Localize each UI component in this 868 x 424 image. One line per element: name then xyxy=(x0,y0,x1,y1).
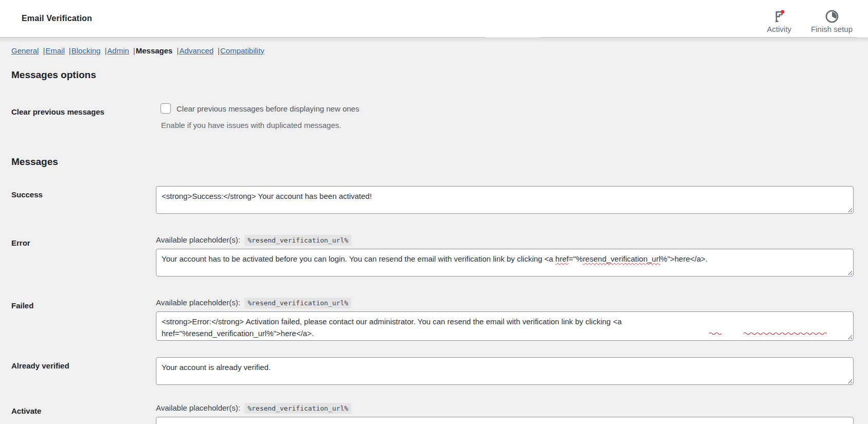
placeholder-code-chip: %resend_verification_url% xyxy=(244,235,351,246)
resize-grip[interactable] xyxy=(847,207,852,212)
activate-message-row: Activate Available placeholder(s): %rese… xyxy=(11,402,854,424)
tab-separator: | xyxy=(104,46,107,55)
clear-previous-checkbox[interactable] xyxy=(161,103,171,114)
top-bar: Email Verification Activity xyxy=(0,0,868,37)
error-message-textarea[interactable]: Your account has to be activated before … xyxy=(156,249,854,276)
placeholder-code-chip: %resend_verification_url% xyxy=(244,403,351,414)
error-message-row: Error Available placeholder(s): %resend_… xyxy=(11,234,854,276)
failed-message-line1: <strong>Error:</strong> Activation faile… xyxy=(162,317,622,326)
messages-options-heading: Messages options xyxy=(11,69,854,81)
progress-pie-icon xyxy=(825,9,839,24)
tab-admin[interactable]: Admin xyxy=(107,46,129,55)
success-label: Success xyxy=(11,186,156,199)
tab-blocking[interactable]: Blocking xyxy=(72,46,101,55)
error-label: Error xyxy=(11,234,156,247)
tab-separator: | xyxy=(133,46,135,55)
error-content: Available placeholder(s): %resend_verifi… xyxy=(156,234,854,276)
available-placeholders-line: Available placeholder(s): %resend_verifi… xyxy=(156,234,854,246)
tab-general[interactable]: General xyxy=(11,46,39,55)
tab-messages[interactable]: Messages xyxy=(136,46,173,55)
already-verified-message-row: Already verified Your account is already… xyxy=(11,357,854,385)
available-placeholders-label: Available placeholder(s): xyxy=(156,298,240,307)
failed-label: Failed xyxy=(11,297,156,310)
spellcheck-squiggle xyxy=(709,326,721,329)
resize-grip[interactable] xyxy=(847,334,852,339)
placeholder-code-chip: %resend_verification_url% xyxy=(244,298,351,308)
activity-button[interactable]: Activity xyxy=(767,9,792,33)
tab-separator: | xyxy=(176,46,179,55)
available-placeholders-line: Available placeholder(s): %resend_verifi… xyxy=(156,297,854,309)
already-verified-textarea[interactable]: Your account is already verified. xyxy=(156,357,854,385)
resize-grip[interactable] xyxy=(847,378,852,383)
failed-message-row: Failed Available placeholder(s): %resend… xyxy=(11,297,854,341)
success-message-text: <strong>Success:</strong> Your account h… xyxy=(162,192,372,200)
already-verified-content: Your account is already verified. xyxy=(156,357,854,385)
already-verified-label: Already verified xyxy=(11,357,156,370)
misspelled-word: resend_verification_url xyxy=(583,254,661,263)
top-bar-actions: Activity Finish setup xyxy=(767,9,853,33)
success-message-row: Success <strong>Success:</strong> Your a… xyxy=(11,186,854,214)
activate-message-textarea[interactable] xyxy=(156,417,854,424)
finish-setup-button[interactable]: Finish setup xyxy=(811,9,853,33)
failed-content: Available placeholder(s): %resend_verifi… xyxy=(156,297,854,341)
failed-message-textarea[interactable]: <strong>Error:</strong> Activation faile… xyxy=(156,311,854,341)
error-message-text: ="% xyxy=(569,254,582,263)
activate-content: Available placeholder(s): %resend_verifi… xyxy=(156,402,854,424)
success-content: <strong>Success:</strong> Your account h… xyxy=(156,186,854,214)
available-placeholders-line: Available placeholder(s): %resend_verifi… xyxy=(156,402,854,414)
misspelled-word: href xyxy=(555,254,569,263)
tab-email[interactable]: Email xyxy=(45,46,65,55)
clear-previous-messages-label: Clear previous messages xyxy=(11,103,156,116)
clear-previous-messages-content: Clear previous messages before displayin… xyxy=(156,103,854,130)
email-verification-settings-page: Email Verification Activity xyxy=(0,0,868,424)
already-verified-text: Your account is already verified. xyxy=(162,363,271,372)
settings-content: General|Email|Blocking|Admin|Messages|Ad… xyxy=(0,38,868,424)
messages-heading: Messages xyxy=(11,156,854,168)
activity-label: Activity xyxy=(767,25,792,33)
available-placeholders-label: Available placeholder(s): xyxy=(156,235,240,244)
spellcheck-squiggle xyxy=(743,326,827,329)
resize-grip[interactable] xyxy=(847,270,852,275)
tab-separator: | xyxy=(218,46,220,55)
finish-setup-label: Finish setup xyxy=(811,25,853,33)
tab-compatibility[interactable]: Compatibility xyxy=(220,46,264,55)
success-message-textarea[interactable]: <strong>Success:</strong> Your account h… xyxy=(156,186,854,214)
error-message-text: %">here</a>. xyxy=(661,254,708,263)
page-title: Email Verification xyxy=(22,14,92,23)
settings-tab-nav: General|Email|Blocking|Admin|Messages|Ad… xyxy=(11,46,854,56)
tab-separator: | xyxy=(69,46,71,55)
error-message-text: Your account has to be activated before … xyxy=(162,254,555,263)
available-placeholders-label: Available placeholder(s): xyxy=(156,403,240,412)
tab-separator: | xyxy=(43,46,45,55)
failed-message-line2: href="%resend_verification_url%">here</a… xyxy=(162,329,314,338)
activate-label: Activate xyxy=(11,402,156,415)
clear-previous-checkbox-row[interactable]: Clear previous messages before displayin… xyxy=(156,103,854,114)
clear-previous-messages-row: Clear previous messages Clear previous m… xyxy=(11,103,854,130)
tab-advanced[interactable]: Advanced xyxy=(179,46,214,55)
clear-previous-checkbox-text: Clear previous messages before displayin… xyxy=(176,104,359,113)
clear-previous-description: Enable if you have issues with duplicate… xyxy=(161,121,854,130)
flag-icon xyxy=(772,9,786,24)
